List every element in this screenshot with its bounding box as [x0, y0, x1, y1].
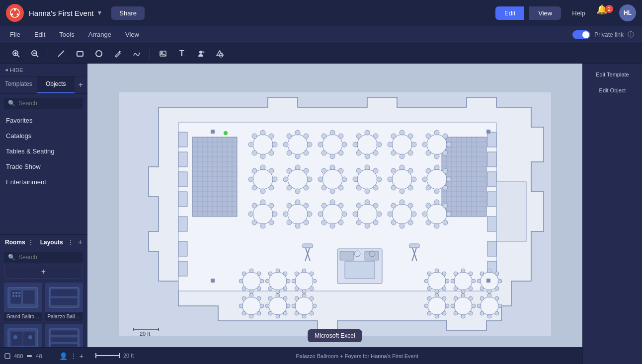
section-favorites[interactable]: Favorites [0, 113, 87, 128]
freehand-tool-button[interactable] [129, 46, 145, 62]
section-catalogs[interactable]: Catalogs [0, 128, 87, 144]
svg-point-363 [442, 296, 446, 300]
tab-objects[interactable]: Objects [37, 76, 75, 93]
rooms-search-input[interactable] [18, 254, 79, 261]
svg-point-384 [480, 311, 484, 315]
svg-point-291 [283, 272, 287, 276]
svg-point-131 [365, 130, 370, 135]
line-tool-button[interactable] [53, 46, 69, 62]
svg-point-308 [239, 304, 243, 308]
add-room-button[interactable]: + [4, 265, 83, 279]
svg-point-347 [454, 272, 458, 276]
section-tables-seating[interactable]: Tables & Seating [0, 144, 87, 159]
search-input[interactable] [18, 100, 79, 107]
svg-point-146 [391, 134, 396, 139]
svg-point-181 [338, 185, 343, 190]
svg-point-366 [427, 311, 431, 315]
scale-line [95, 355, 120, 356]
circle-tool-button[interactable] [91, 46, 107, 62]
svg-point-212 [260, 200, 265, 205]
svg-point-120 [287, 150, 292, 155]
svg-point-327 [310, 296, 314, 300]
svg-point-2 [17, 13, 19, 15]
menu-edit[interactable]: Edit [32, 30, 47, 39]
notification-button[interactable]: 🔔 2 [596, 4, 614, 22]
svg-rect-52 [487, 217, 496, 231]
rectangle-tool-button[interactable] [72, 46, 88, 62]
tab-templates[interactable]: Templates [0, 76, 37, 93]
section-entertainment[interactable]: Entertainment [0, 174, 87, 190]
svg-point-342 [472, 279, 476, 283]
zoom-in-button[interactable] [8, 46, 24, 62]
svg-point-236 [321, 203, 326, 208]
svg-point-3 [11, 13, 13, 15]
objects-search-bar[interactable]: 🔍 [4, 98, 83, 109]
person-icon[interactable]: 👤 [59, 352, 68, 360]
info-icon[interactable]: ⓘ [628, 30, 634, 39]
svg-point-219 [252, 220, 257, 225]
svg-point-356 [480, 272, 484, 276]
svg-point-338 [427, 272, 431, 276]
svg-point-196 [400, 189, 404, 194]
view-button[interactable]: View [529, 6, 561, 20]
image-tool-button[interactable] [155, 46, 171, 62]
edit-object-button[interactable]: Edit Object [587, 85, 638, 95]
room-thumbnail-2[interactable]: Palazzo Ballroo... [45, 283, 83, 321]
svg-point-133 [365, 154, 370, 159]
pen-tool-button[interactable] [110, 46, 126, 62]
rooms-search-bar[interactable]: 🔍 [4, 252, 83, 263]
menu-file[interactable]: File [8, 30, 22, 39]
menu-arrange[interactable]: Arrange [86, 30, 113, 39]
svg-point-161 [248, 177, 253, 182]
svg-point-307 [249, 314, 253, 318]
svg-point-279 [260, 279, 264, 283]
svg-point-389 [224, 131, 228, 135]
event-name[interactable]: Hanna's First Event ▼ [29, 9, 102, 17]
text-tool-button[interactable]: T [174, 46, 190, 62]
people-tool-button[interactable] [193, 46, 209, 62]
avatar[interactable]: HL [619, 4, 636, 21]
room-thumbnail-1[interactable]: Grand Ballroo... [4, 283, 42, 321]
svg-point-357 [480, 287, 484, 291]
svg-point-110 [252, 134, 257, 139]
svg-point-250 [400, 223, 404, 228]
svg-point-1 [14, 9, 16, 11]
svg-point-222 [307, 212, 312, 217]
edit-template-button[interactable]: Edit Template [587, 70, 638, 79]
private-link-toggle[interactable]: Private link ⓘ [572, 30, 634, 39]
svg-point-242 [353, 212, 358, 217]
svg-text:20 ft: 20 ft [140, 331, 150, 336]
edit-button[interactable]: Edit [495, 6, 524, 20]
canvas-area[interactable]: 20 ft Microsoft Excel 20 ft Palazzo Ball… [87, 64, 582, 364]
floorplan-svg[interactable]: 20 ft [119, 92, 551, 336]
share-button[interactable]: Share [111, 6, 145, 20]
svg-rect-45 [178, 217, 187, 231]
section-trade-show[interactable]: Trade Show [0, 159, 87, 174]
svg-point-194 [400, 165, 404, 170]
svg-point-341 [461, 269, 465, 273]
svg-point-324 [313, 304, 317, 308]
svg-point-151 [434, 154, 439, 159]
rooms-options-icon[interactable]: ⋮ [27, 238, 34, 246]
menu-tools[interactable]: Tools [57, 30, 76, 39]
add-layout-button[interactable]: + [78, 238, 82, 247]
menu-view[interactable]: View [123, 30, 141, 39]
svg-point-328 [310, 311, 314, 315]
add-tab-button[interactable]: + [75, 76, 87, 93]
room-thumbnail-img-2 [45, 283, 83, 312]
rooms-section: Rooms ⋮ Layouts ⋮ + 🔍 + [0, 234, 87, 364]
svg-point-206 [422, 177, 427, 182]
layouts-options-icon[interactable]: ⋮ [67, 238, 74, 246]
svg-point-189 [373, 168, 378, 173]
svg-point-183 [321, 185, 326, 190]
dims-options[interactable]: ⋮ [71, 353, 77, 360]
svg-point-377 [487, 293, 491, 297]
zoom-out-button[interactable] [27, 46, 43, 62]
scale-indicator: 20 ft [95, 353, 134, 359]
add-person-button[interactable]: + [80, 352, 83, 360]
hide-button[interactable]: ◂ HIDE [0, 64, 87, 76]
private-link-switch[interactable] [572, 30, 590, 39]
shape-tool-button[interactable] [212, 46, 228, 62]
svg-point-176 [330, 165, 335, 170]
help-button[interactable]: Help [566, 6, 591, 20]
